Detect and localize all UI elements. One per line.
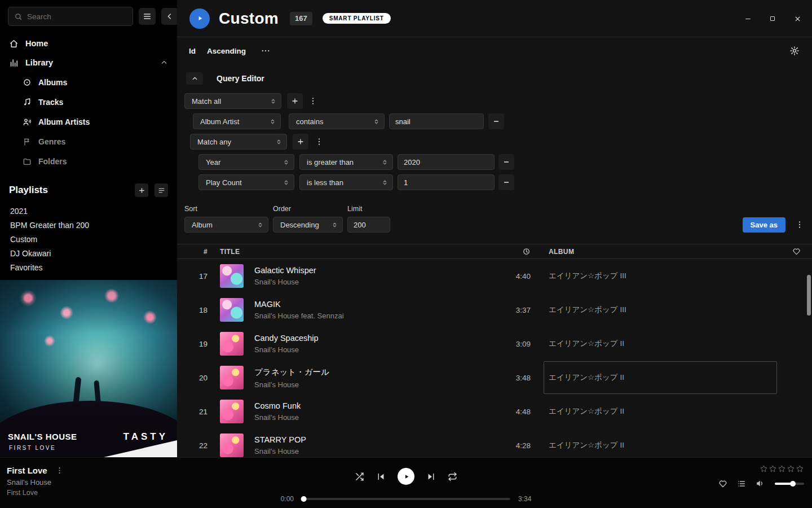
album-column-header[interactable]: ALBUM: [531, 248, 780, 256]
duration-column-header[interactable]: [491, 247, 531, 256]
save-menu-icon[interactable]: [794, 217, 805, 233]
play-pause-button[interactable]: [398, 468, 414, 485]
shuffle-icon[interactable]: [355, 472, 364, 481]
star-icon[interactable]: [778, 465, 786, 473]
menu-button[interactable]: [139, 8, 156, 25]
track-row[interactable]: 19 Candy SpaceshipSnail's House 3:09 エイリ…: [177, 327, 812, 361]
tracks-label: Tracks: [38, 98, 63, 107]
more-options-icon[interactable]: [261, 46, 271, 56]
title-column-header[interactable]: TITLE: [220, 248, 491, 256]
limit-input[interactable]: [347, 217, 390, 233]
remove-rule-button[interactable]: [498, 154, 514, 170]
now-playing-album-art[interactable]: SNAIL'S HOUSE FIRST LOVE TASTY: [0, 280, 177, 457]
seek-knob[interactable]: [301, 496, 307, 502]
operator-value: is greater than: [307, 158, 354, 167]
add-rule-button[interactable]: [287, 93, 303, 109]
operator-select[interactable]: contains: [289, 113, 385, 129]
playlist-item[interactable]: Favorites: [0, 260, 177, 274]
match-all-select[interactable]: Match all: [184, 93, 281, 109]
playlist-item[interactable]: Custom: [0, 232, 177, 246]
track-duration: 4:48: [491, 408, 531, 416]
track-number: 19: [177, 340, 212, 348]
next-track-icon[interactable]: [426, 472, 436, 481]
order-select[interactable]: Descending: [273, 217, 343, 233]
favorite-column-header[interactable]: [780, 247, 812, 256]
playlist-item[interactable]: 2021: [0, 204, 177, 218]
playlist-item[interactable]: BPM Greater than 200: [0, 218, 177, 232]
track-row-focused[interactable]: 20 プラネット・ガールSnail's House 3:48 エイリアン☆ポップ…: [177, 361, 812, 395]
field-select[interactable]: Play Count: [198, 174, 294, 190]
match-any-select[interactable]: Match any: [190, 134, 287, 150]
rule-group-menu-icon[interactable]: [314, 134, 325, 150]
now-playing-menu-icon[interactable]: [55, 466, 64, 475]
now-playing-artist[interactable]: Snail's House: [7, 478, 64, 487]
save-as-button[interactable]: Save as: [743, 217, 785, 233]
art-title-text: FIRST LOVE: [9, 445, 56, 451]
previous-track-icon[interactable]: [376, 472, 386, 481]
nav-back-button[interactable]: [161, 8, 177, 25]
field-select[interactable]: Year: [198, 154, 294, 170]
star-icon[interactable]: [760, 465, 768, 473]
sidebar-item-library[interactable]: Library: [0, 53, 177, 72]
star-icon[interactable]: [787, 465, 795, 473]
star-icon[interactable]: [769, 465, 777, 473]
track-row[interactable]: 18 MAGIKSnail's House feat. Sennzai 3:37…: [177, 293, 812, 327]
rule-value-input[interactable]: [398, 174, 495, 190]
collapse-query-editor-button[interactable]: [186, 72, 203, 85]
sort-field-button[interactable]: Id: [189, 47, 196, 55]
track-row[interactable]: 22 STARRY POPSnail's House 4:28 エイリアン☆ポッ…: [177, 428, 812, 457]
sidebar-item-albums[interactable]: Albums: [0, 72, 177, 92]
add-playlist-button[interactable]: [135, 183, 148, 197]
chevron-up-icon[interactable]: [160, 59, 168, 67]
close-button[interactable]: [789, 11, 805, 27]
rule-group-menu-icon[interactable]: [307, 93, 319, 109]
seek-bar[interactable]: [302, 498, 510, 500]
rule-value-input[interactable]: [389, 113, 484, 129]
sidebar-item-home[interactable]: Home: [0, 34, 177, 53]
total-time: 3:34: [518, 495, 531, 503]
track-duration: 3:37: [491, 306, 531, 314]
star-icon[interactable]: [796, 465, 804, 473]
favorite-heart-icon[interactable]: [718, 479, 727, 488]
home-icon: [9, 39, 19, 49]
volume-icon[interactable]: [756, 479, 765, 488]
music-note-icon: [23, 98, 32, 107]
volume-knob[interactable]: [790, 481, 796, 487]
field-select[interactable]: Album Artist: [193, 113, 281, 129]
volume-slider[interactable]: [775, 483, 804, 485]
gear-icon[interactable]: [789, 46, 800, 56]
page-title: Custom: [219, 10, 279, 28]
sidebar-item-genres[interactable]: Genres: [0, 132, 177, 151]
track-row[interactable]: 17 Galactic WhisperSnail's House 4:40 エイ…: [177, 259, 812, 293]
playlist-item[interactable]: DJ Okawari: [0, 246, 177, 260]
sidebar-item-tracks[interactable]: Tracks: [0, 92, 177, 112]
track-title: プラネット・ガール: [254, 367, 491, 378]
track-number: 18: [177, 306, 212, 314]
play-icon: [196, 14, 204, 23]
repeat-icon[interactable]: [448, 472, 457, 481]
remove-rule-button[interactable]: [488, 113, 504, 129]
operator-select[interactable]: is less than: [299, 174, 393, 190]
play-playlist-button[interactable]: [189, 8, 210, 29]
search-input[interactable]: [27, 12, 127, 21]
now-playing-album[interactable]: First Love: [7, 489, 64, 497]
search-box[interactable]: [8, 7, 133, 26]
add-rule-button[interactable]: [293, 134, 308, 150]
sidebar-item-album-artists[interactable]: Album Artists: [0, 112, 177, 132]
sort-select[interactable]: Album: [184, 217, 268, 233]
playlist-list-button[interactable]: [155, 183, 168, 197]
remove-rule-button[interactable]: [498, 174, 514, 190]
index-column-header[interactable]: #: [177, 248, 212, 256]
sidebar: Home Library Albums Tracks A: [0, 0, 177, 457]
track-row[interactable]: 21 Cosmo FunkSnail's House 4:48 エイリアン☆ポッ…: [177, 395, 812, 428]
queue-icon[interactable]: [737, 479, 746, 488]
operator-select[interactable]: is greater than: [299, 154, 393, 170]
sort-direction-button[interactable]: Ascending: [207, 47, 246, 55]
genres-label: Genres: [38, 137, 65, 146]
track-album: エイリアン☆ポップ III: [531, 271, 780, 281]
rule-value-input[interactable]: [398, 154, 495, 170]
scrollbar-thumb[interactable]: [807, 275, 811, 316]
minimize-button[interactable]: [740, 11, 756, 27]
maximize-button[interactable]: [765, 11, 780, 27]
sidebar-item-folders[interactable]: Folders: [0, 151, 177, 171]
